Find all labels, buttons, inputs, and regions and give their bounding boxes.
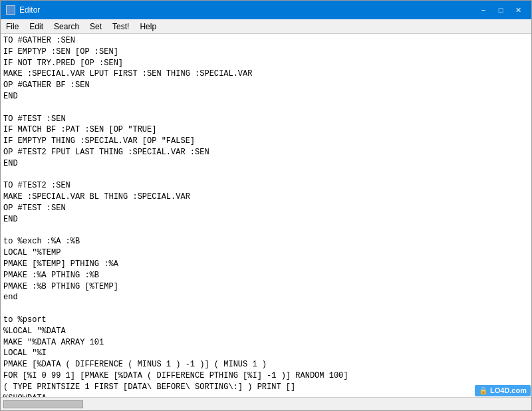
menu-search[interactable]: Search [49,19,84,33]
menu-bar: File Edit Search Set Test! Help [1,19,531,34]
menu-edit-label: Edit [29,22,43,31]
window-title: Editor [19,5,40,15]
editor-body: TO #GATHER :SEN IF EMPTYP :SEN [OP :SEN]… [1,34,531,397]
menu-test[interactable]: Test! [107,19,134,33]
status-bar [1,397,531,410]
menu-file[interactable]: File [1,19,24,33]
title-controls: − □ ✕ [475,4,526,16]
menu-search-label: Search [54,22,79,31]
menu-edit[interactable]: Edit [24,19,49,33]
menu-help-label: Help [140,22,156,31]
horizontal-scrollbar[interactable] [3,400,83,408]
app-icon [6,5,15,15]
window-wrapper: Editor − □ ✕ File Edit Search Set Te [0,0,532,411]
menu-test-label: Test! [112,22,129,31]
close-button[interactable]: ✕ [510,4,526,16]
menu-help[interactable]: Help [134,19,162,33]
maximize-button[interactable]: □ [493,4,509,16]
title-bar: Editor − □ ✕ [1,1,531,19]
code-editor[interactable]: TO #GATHER :SEN IF EMPTYP :SEN [OP :SEN]… [1,34,531,397]
lo4d-logo: 🔒 LO4D.com [475,385,531,396]
main-window: Editor − □ ✕ File Edit Search Set Te [0,0,532,411]
menu-set[interactable]: Set [84,19,107,33]
minimize-button[interactable]: − [475,4,491,16]
menu-file-label: File [6,22,19,31]
title-bar-left: Editor [6,5,40,15]
watermark: 🔒 LO4D.com [475,385,531,396]
menu-set-label: Set [90,22,102,31]
